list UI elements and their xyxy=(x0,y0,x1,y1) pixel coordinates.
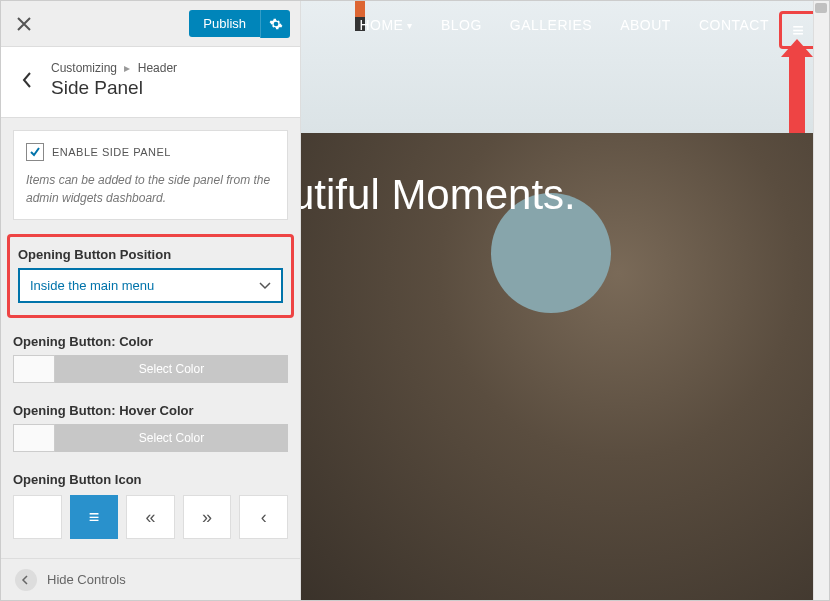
nav-item-galleries[interactable]: GALLERIES xyxy=(510,17,592,33)
nav-label: HOME xyxy=(359,17,403,33)
angle-double-right-icon: » xyxy=(202,507,212,528)
select-hover-color-button[interactable]: Select Color xyxy=(55,424,288,452)
icon-option-bars[interactable]: ≡ xyxy=(70,495,119,539)
icon-option-left[interactable]: ‹ xyxy=(239,495,288,539)
icon-field: Opening Button Icon ≡ « » ‹ xyxy=(13,472,288,539)
color-label: Opening Button: Color xyxy=(13,334,288,349)
icon-option-blank[interactable] xyxy=(13,495,62,539)
hover-swatch[interactable] xyxy=(13,424,55,452)
nav-item-contact[interactable]: CONTACT xyxy=(699,17,769,33)
hero-image xyxy=(301,1,829,600)
breadcrumb-root: Customizing xyxy=(51,61,117,75)
chevron-down-icon: ▾ xyxy=(407,20,413,31)
icon-label: Opening Button Icon xyxy=(13,472,288,487)
color-swatch[interactable] xyxy=(13,355,55,383)
bars-icon: ≡ xyxy=(89,507,100,528)
icon-option-dleft[interactable]: « xyxy=(126,495,175,539)
breadcrumb: Customizing ▸ Header xyxy=(51,61,177,75)
close-icon xyxy=(17,17,31,31)
breadcrumb-section[interactable]: Header xyxy=(138,61,177,75)
enable-row: ENABLE SIDE PANEL xyxy=(26,143,275,161)
icon-option-dright[interactable]: » xyxy=(183,495,232,539)
vertical-scrollbar[interactable] xyxy=(813,1,829,600)
scrollbar-thumb[interactable] xyxy=(815,3,827,13)
breadcrumb-wrap: Customizing ▸ Header Side Panel xyxy=(51,61,177,99)
hover-row: Select Color xyxy=(13,424,288,452)
hide-controls-button[interactable]: Hide Controls xyxy=(1,558,300,600)
position-select[interactable]: Inside the main menu xyxy=(18,268,283,303)
main-menu: HOME▾ BLOG GALLERIES ABOUT CONTACT xyxy=(359,17,769,33)
angle-double-left-icon: « xyxy=(145,507,155,528)
highlight-arrow xyxy=(789,53,805,133)
nav-item-blog[interactable]: BLOG xyxy=(441,17,482,33)
icon-options: ≡ « » ‹ xyxy=(13,495,288,539)
panel-body: ENABLE SIDE PANEL Items can be added to … xyxy=(1,118,300,558)
enable-card: ENABLE SIDE PANEL Items can be added to … xyxy=(13,130,288,220)
position-label: Opening Button Position xyxy=(18,247,283,262)
chevron-left-icon xyxy=(21,71,33,89)
back-button[interactable] xyxy=(15,68,39,92)
sidebar-topbar: Publish xyxy=(1,1,300,47)
nav-item-home[interactable]: HOME▾ xyxy=(359,17,413,33)
publish-wrap: Publish xyxy=(47,1,300,46)
enable-label: ENABLE SIDE PANEL xyxy=(52,146,171,158)
color-row: Select Color xyxy=(13,355,288,383)
position-highlight: Opening Button Position Inside the main … xyxy=(7,234,294,318)
angle-left-icon: ‹ xyxy=(261,507,267,528)
page-title: Side Panel xyxy=(51,77,177,99)
check-icon xyxy=(29,146,41,158)
enable-checkbox[interactable] xyxy=(26,143,44,161)
panel-header: Customizing ▸ Header Side Panel xyxy=(1,47,300,118)
site-preview: HOME▾ BLOG GALLERIES ABOUT CONTACT ≡ uti… xyxy=(301,1,829,600)
select-color-button[interactable]: Select Color xyxy=(55,355,288,383)
nav-item-about[interactable]: ABOUT xyxy=(620,17,671,33)
publish-settings-button[interactable] xyxy=(260,10,290,38)
collapse-icon xyxy=(15,569,37,591)
position-value: Inside the main menu xyxy=(30,278,154,293)
close-customizer-button[interactable] xyxy=(1,1,47,46)
publish-button[interactable]: Publish xyxy=(189,10,260,37)
hover-label: Opening Button: Hover Color xyxy=(13,403,288,418)
breadcrumb-sep-icon: ▸ xyxy=(124,61,130,75)
hover-color-field: Opening Button: Hover Color Select Color xyxy=(13,403,288,452)
enable-desc: Items can be added to the side panel fro… xyxy=(26,171,275,207)
gear-icon xyxy=(269,17,283,31)
hero-title: utiful Moments. xyxy=(301,171,576,219)
chevron-down-icon xyxy=(259,278,271,293)
color-field: Opening Button: Color Select Color xyxy=(13,334,288,383)
hide-controls-label: Hide Controls xyxy=(47,572,126,587)
customizer-sidebar: Publish Customizing ▸ Header Side Panel xyxy=(1,1,301,600)
